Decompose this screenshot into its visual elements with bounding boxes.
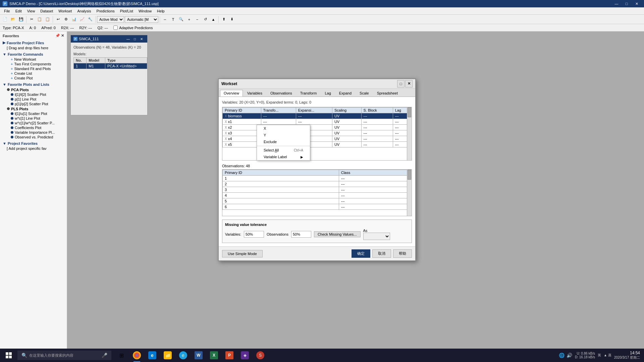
inner-minimize[interactable]: — xyxy=(125,36,131,42)
taskbar-app-unknown[interactable]: ◈ xyxy=(237,349,252,362)
table-row[interactable]: 5--- xyxy=(223,198,412,204)
sidebar-item-create-plot[interactable]: + Create Plot xyxy=(0,76,67,80)
sidebar-section-plots-title[interactable]: ▼ Favorite Plots and Lists xyxy=(0,82,67,87)
table-row[interactable]: X biomass --- --- UV --- --- xyxy=(223,113,412,119)
adaptive-checkbox[interactable] xyxy=(113,25,118,30)
taskbar-app-chrome[interactable] xyxy=(129,349,144,362)
sidebar-subsection-pls[interactable]: ⊕ PLS Plots xyxy=(0,106,67,111)
tab-scale[interactable]: Scale xyxy=(356,90,373,97)
active-model-select[interactable]: Active Mod xyxy=(97,16,124,23)
toolbar-rotate[interactable]: ↺ xyxy=(202,16,209,23)
toolbar-arrow[interactable]: ↔ xyxy=(161,16,169,23)
menu-view[interactable]: View xyxy=(24,7,38,15)
tab-observations[interactable]: Observations xyxy=(267,90,296,97)
toolbar-undo[interactable]: ↩ xyxy=(54,16,62,23)
toolbar-copy[interactable]: 📋 xyxy=(36,16,43,23)
menu-workset[interactable]: Workset xyxy=(56,7,74,15)
table-row[interactable]: 1--- xyxy=(223,176,412,181)
menu-edit[interactable]: Edit xyxy=(13,7,24,15)
menu-plotlist[interactable]: Plot/List xyxy=(117,7,136,15)
menu-help[interactable]: Help xyxy=(154,7,167,15)
search-bar[interactable]: 🔍 在这里输入你要搜索的内容 🎤 xyxy=(17,351,111,360)
observations-missing-input[interactable] xyxy=(291,231,311,238)
taskbar-app-ppt[interactable]: P xyxy=(222,349,237,362)
taskbar-app-word[interactable]: W xyxy=(191,349,206,362)
sidebar-pin[interactable]: 📌 ✕ xyxy=(55,34,64,38)
variables-missing-input[interactable] xyxy=(244,231,264,238)
sidebar-item-create-list[interactable]: + Create List xyxy=(0,71,67,76)
toolbar-btn-extra1[interactable]: ⚙ xyxy=(62,16,70,23)
variables-scrollbar[interactable] xyxy=(407,107,412,160)
table-row[interactable]: 3--- xyxy=(223,187,412,193)
menu-dataset[interactable]: Dataset xyxy=(38,7,56,15)
toolbar-zoom[interactable]: 🔍 xyxy=(177,16,185,23)
toolbar-triangle[interactable]: ▲ xyxy=(210,16,217,23)
toolbar-export[interactable]: ⬆ xyxy=(220,16,227,23)
mic-icon[interactable]: 🎤 xyxy=(102,353,107,358)
toolbar-minus[interactable]: − xyxy=(194,16,201,23)
menu-file[interactable]: File xyxy=(1,7,13,15)
close-button[interactable]: ✕ xyxy=(632,0,641,7)
toolbar-open[interactable]: 📂 xyxy=(9,16,17,23)
sidebar-item-obs-pred[interactable]: Observed vs. Predicted xyxy=(0,135,67,139)
ctx-item-exclude[interactable]: Exclude xyxy=(257,138,310,145)
minimize-button[interactable]: — xyxy=(612,0,621,7)
table-row[interactable]: X x2 ------UV------ xyxy=(223,125,412,130)
sidebar-section-commands-title[interactable]: ▼ Favorite Commands xyxy=(0,52,67,57)
ctx-item-select-all[interactable]: Select All Ctrl+A xyxy=(257,147,310,154)
toolbar-plus[interactable]: + xyxy=(185,16,193,23)
tab-lag[interactable]: Lag xyxy=(321,90,334,97)
sidebar-item-p1p2[interactable]: p[1]/p[2] Scatter Plot xyxy=(0,102,67,106)
simple-mode-button[interactable]: Use Simple Mode xyxy=(222,250,263,257)
menu-window[interactable]: Window xyxy=(136,7,154,15)
tab-expand[interactable]: Expand xyxy=(335,90,355,97)
taskbar-app-task-view[interactable]: ⊞ xyxy=(114,349,129,362)
ctx-item-variable-label[interactable]: Variable Label ▶ xyxy=(257,154,310,160)
table-row[interactable]: X x4 ------UV------ xyxy=(223,136,412,142)
sidebar-item-t1t2[interactable]: t[1]/t[2] Scatter Plot xyxy=(0,92,67,97)
taskbar-app-ie[interactable]: e xyxy=(176,349,191,362)
tab-spreadsheet[interactable]: Spreadsheet xyxy=(373,90,401,97)
workset-close[interactable]: ✕ xyxy=(405,80,413,87)
toolbar-new[interactable]: 📄 xyxy=(1,16,9,23)
table-row[interactable]: X x5 ------UV------ xyxy=(223,142,412,147)
taskbar-app-excel[interactable]: X xyxy=(207,349,221,362)
confirm-button[interactable]: 确定 xyxy=(352,249,370,258)
sidebar-item-t1u1[interactable]: t[1]/u[1] Scatter Plot xyxy=(0,111,67,116)
variables-scroll-thumb[interactable] xyxy=(408,107,411,117)
tab-variables[interactable]: Variables xyxy=(244,90,266,97)
sidebar-item-p1[interactable]: p[1] Line Plot xyxy=(0,97,67,102)
table-row[interactable]: 6--- xyxy=(223,204,412,210)
maximize-button[interactable]: □ xyxy=(622,0,631,7)
toolbar-paste[interactable]: 📋 xyxy=(44,16,51,23)
toolbar-text[interactable]: T xyxy=(169,16,177,23)
ctx-item-x[interactable]: X xyxy=(257,125,310,132)
table-row[interactable]: 1 M1 PCA-X <Unfitted> xyxy=(74,63,147,69)
ctx-item-y[interactable]: Y xyxy=(257,132,310,138)
toolbar-btn-extra4[interactable]: 🔧 xyxy=(87,16,94,23)
toolbar-import[interactable]: ⬇ xyxy=(228,16,235,23)
toolbar-cut[interactable]: ✂ xyxy=(28,16,35,23)
help-button[interactable]: 帮助 xyxy=(393,249,412,258)
table-row[interactable]: 4--- xyxy=(223,193,412,198)
tab-transform[interactable]: Transform xyxy=(297,90,321,97)
sidebar-section-project-fav-title[interactable]: ▼ Project Favorites xyxy=(0,141,67,146)
taskbar-app-simca[interactable]: S xyxy=(253,349,268,362)
observations-scrollbar[interactable] xyxy=(407,170,412,216)
sidebar-subsection-pca[interactable]: ⊕ PCA Plots xyxy=(0,87,67,92)
automatic-select[interactable]: Automatic [M xyxy=(125,16,158,23)
sidebar-item-coeff[interactable]: Coefficients Plot xyxy=(0,125,67,130)
sidebar-item-wc1[interactable]: w*c[1] Line Plot xyxy=(0,116,67,121)
table-row[interactable]: X x3 ------UV------ xyxy=(223,130,412,136)
taskbar-app-explorer[interactable]: 📁 xyxy=(160,349,175,362)
table-row[interactable]: X x1 ------UV------ xyxy=(223,119,412,125)
sidebar-item-standard-fit[interactable]: + Standard Fit and Plots xyxy=(0,66,67,71)
tab-overview[interactable]: Overview xyxy=(220,90,243,97)
sidebar-section-project-files-title[interactable]: ▶ Favorite Project Files xyxy=(0,40,67,46)
sidebar-item-wc1wc2[interactable]: w*c[1]/w*c[2] Scatter P... xyxy=(0,121,67,125)
inner-maximize[interactable]: □ xyxy=(132,36,138,42)
start-button[interactable] xyxy=(1,349,16,362)
taskbar-app-edge[interactable]: e xyxy=(145,349,160,362)
check-missing-btn[interactable]: Check Missing Values... xyxy=(314,231,361,237)
inner-close[interactable]: ✕ xyxy=(139,36,145,42)
